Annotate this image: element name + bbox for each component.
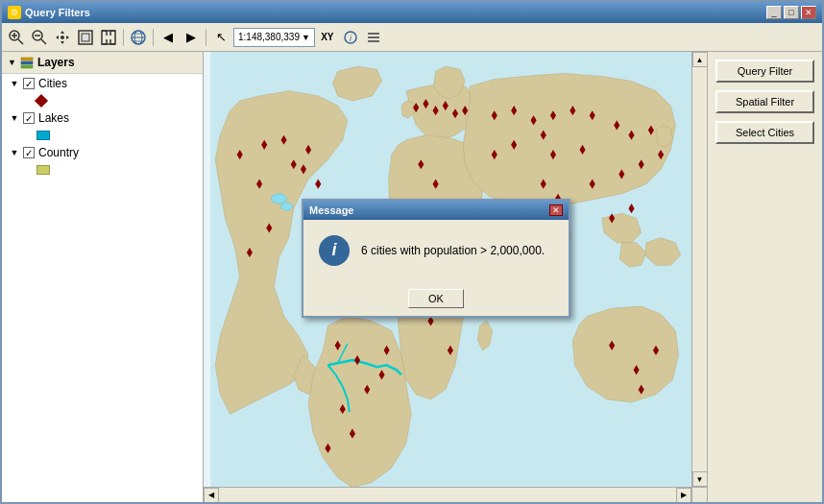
scale-dropdown-arrow[interactable]: ▼ bbox=[302, 33, 310, 42]
country-swatch bbox=[36, 165, 50, 175]
full-extent-button[interactable] bbox=[75, 27, 96, 48]
title-bar: ⚙ Query Filters _ □ ✕ bbox=[2, 2, 822, 23]
dialog-body: i 6 cities with population > 2,000,000. bbox=[303, 220, 569, 281]
layer-item-country: ▼ ✓ Country bbox=[2, 143, 203, 162]
svg-rect-22 bbox=[21, 61, 33, 64]
cities-diamond-icon bbox=[35, 94, 48, 108]
layer-item-cities: ▼ ✓ Cities bbox=[2, 74, 203, 93]
globe-button[interactable] bbox=[128, 27, 149, 48]
country-checkbox[interactable]: ✓ bbox=[23, 147, 35, 158]
title-bar-left: ⚙ Query Filters bbox=[8, 6, 90, 19]
lakes-label: Lakes bbox=[38, 111, 69, 125]
zoom-extent-button[interactable] bbox=[98, 27, 119, 48]
dialog-title-bar: Message ✕ bbox=[303, 201, 569, 220]
cities-expander[interactable]: ▼ bbox=[10, 79, 19, 88]
close-button[interactable]: ✕ bbox=[801, 6, 816, 19]
country-expander[interactable]: ▼ bbox=[10, 148, 19, 157]
map-area[interactable]: Message ✕ i 6 cities with population > 2… bbox=[204, 52, 707, 502]
lakes-swatch bbox=[36, 131, 50, 140]
svg-rect-21 bbox=[21, 58, 33, 60]
pan-button[interactable] bbox=[52, 27, 73, 48]
map-scrollbar-vertical[interactable]: ▲ ▼ bbox=[691, 52, 707, 487]
right-panel: Query Filter Spatial Filter Select Citie… bbox=[707, 52, 822, 502]
country-label: Country bbox=[38, 146, 79, 159]
svg-line-1 bbox=[18, 39, 23, 44]
layer-item-lakes: ▼ ✓ Lakes bbox=[2, 108, 203, 128]
minimize-button[interactable]: _ bbox=[766, 6, 782, 19]
cities-checkbox[interactable]: ✓ bbox=[23, 78, 35, 89]
toolbar-sep-3 bbox=[206, 29, 206, 46]
query-filter-button[interactable]: Query Filter bbox=[715, 60, 814, 83]
scale-box: 1:148,380,339 ▼ bbox=[233, 28, 315, 47]
layers-header: ▼ Layers bbox=[2, 52, 203, 74]
svg-point-26 bbox=[281, 203, 293, 210]
scrollbar-corner bbox=[691, 487, 707, 502]
window-title: Query Filters bbox=[25, 7, 90, 18]
svg-rect-20 bbox=[368, 40, 379, 42]
map-scrollbar-horizontal[interactable]: ◀ ▶ bbox=[204, 487, 691, 502]
lakes-expander[interactable]: ▼ bbox=[10, 113, 19, 123]
dialog-close-button[interactable]: ✕ bbox=[549, 204, 563, 216]
svg-rect-9 bbox=[82, 34, 89, 41]
svg-line-5 bbox=[41, 39, 46, 44]
scroll-left-button[interactable]: ◀ bbox=[204, 488, 219, 503]
toolbar: ◀ ▶ ↖ 1:148,380,339 ▼ XY i bbox=[2, 23, 822, 52]
info-button[interactable]: i bbox=[340, 27, 361, 48]
lakes-symbol bbox=[2, 128, 203, 143]
forward-button[interactable]: ▶ bbox=[181, 27, 202, 48]
toolbar-sep-2 bbox=[153, 29, 154, 46]
scale-value: 1:148,380,339 bbox=[238, 32, 300, 42]
scroll-down-button[interactable]: ▼ bbox=[692, 471, 708, 487]
svg-rect-18 bbox=[368, 33, 379, 35]
dialog-message: 6 cities with population > 2,000,000. bbox=[361, 244, 545, 257]
svg-text:i: i bbox=[350, 34, 352, 43]
dialog-title-text: Message bbox=[309, 204, 353, 216]
svg-rect-10 bbox=[102, 31, 115, 44]
cursor-button[interactable]: ↖ bbox=[210, 27, 231, 48]
layers-icon bbox=[20, 56, 34, 69]
zoom-in-button[interactable] bbox=[6, 27, 27, 48]
window-icon: ⚙ bbox=[8, 6, 21, 19]
maximize-button[interactable]: □ bbox=[784, 6, 799, 19]
toolbar-sep-1 bbox=[123, 29, 124, 46]
zoom-out-button[interactable] bbox=[29, 27, 50, 48]
svg-point-25 bbox=[271, 194, 286, 204]
scroll-up-button[interactable]: ▲ bbox=[692, 52, 708, 67]
select-cities-button[interactable]: Select Cities bbox=[715, 121, 814, 144]
main-content: ▼ Layers ▼ ✓ Cities ▼ ✓ La bbox=[2, 52, 822, 502]
scroll-right-button[interactable]: ▶ bbox=[676, 488, 691, 503]
dialog-footer: OK bbox=[303, 281, 569, 316]
window-controls: _ □ ✕ bbox=[766, 6, 816, 19]
main-window: ⚙ Query Filters _ □ ✕ ◀ ▶ bbox=[0, 0, 824, 504]
message-dialog: Message ✕ i 6 cities with population > 2… bbox=[302, 199, 570, 318]
layers-label: Layers bbox=[37, 56, 75, 69]
back-button[interactable]: ◀ bbox=[158, 27, 179, 48]
left-panel: ▼ Layers ▼ ✓ Cities ▼ ✓ La bbox=[2, 52, 204, 502]
cities-symbol bbox=[2, 93, 203, 108]
svg-point-7 bbox=[61, 36, 64, 39]
spatial-filter-button[interactable]: Spatial Filter bbox=[715, 90, 814, 113]
svg-rect-19 bbox=[368, 36, 379, 38]
lakes-checkbox[interactable]: ✓ bbox=[23, 112, 35, 124]
layers-toolbar-button[interactable] bbox=[363, 27, 384, 48]
dialog-ok-button[interactable]: OK bbox=[408, 289, 464, 308]
layers-expander[interactable]: ▼ bbox=[8, 58, 16, 67]
xy-button[interactable]: XY bbox=[317, 27, 338, 48]
cities-label: Cities bbox=[38, 77, 67, 90]
info-icon: i bbox=[319, 235, 350, 266]
svg-rect-23 bbox=[21, 65, 33, 68]
country-symbol bbox=[2, 162, 203, 178]
